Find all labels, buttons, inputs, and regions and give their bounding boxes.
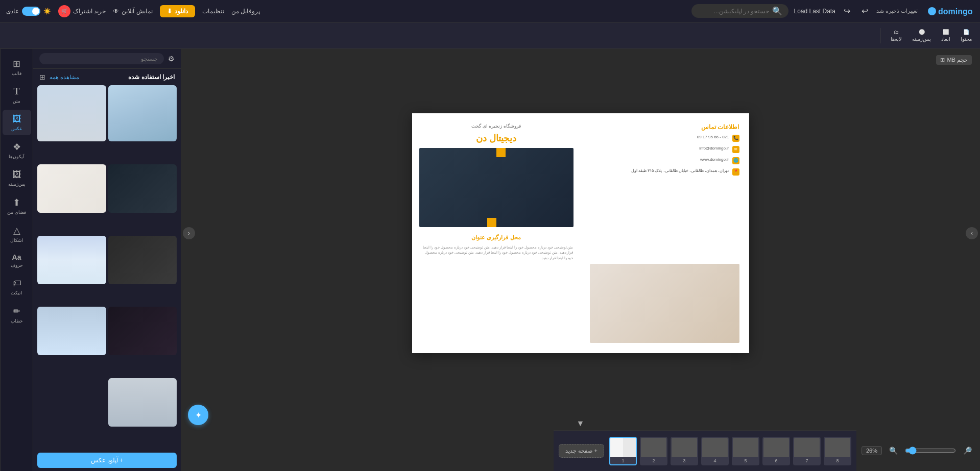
right-panel-header: ⚙ <box>33 49 181 69</box>
store-subtitle: فروشگاه زنجیره ای گجت <box>419 123 573 129</box>
zoom-badge[interactable]: 26% <box>862 446 882 455</box>
main-layout: ⊞ MB حجم اطلاعات تماس 📞 021 - 66 95 17 8… <box>0 49 980 471</box>
images-grid <box>33 83 181 450</box>
eye-icon: 👁 <box>113 8 119 15</box>
app-logo: domingo <box>928 5 974 18</box>
buy-share-button[interactable]: 🛒 خرید اشتراک <box>58 5 106 17</box>
page-thumb-3[interactable]: 3 <box>671 437 698 465</box>
save-status: تغییرات ذخیره شد <box>876 8 918 14</box>
image-cell-lens[interactable] <box>108 236 177 284</box>
phone-icon: 📞 <box>732 135 739 142</box>
zoom-slider[interactable] <box>905 447 956 455</box>
website-icon: 🌐 <box>732 157 739 164</box>
sidebar-tool-text[interactable]: T متن <box>3 82 31 108</box>
placeholder-body: متن توضیحی خود درباره محصول خود را اینجا… <box>419 245 573 261</box>
top-navbar: domingo تغییرات ذخیره شد ↩ ↪ Load Last D… <box>0 0 980 22</box>
filter-icon[interactable]: ⚙ <box>168 55 175 63</box>
sidebar-tool-myspace[interactable]: ⬆ فضای من <box>3 193 31 219</box>
contact-email-row: ✉ info@domingo.ir <box>590 146 739 153</box>
image-cell-girl-back[interactable] <box>108 378 177 427</box>
toolbar-background[interactable]: ⚪ پس‌زمینه <box>912 29 931 42</box>
redo-button[interactable]: ↪ <box>841 4 853 18</box>
ai-button[interactable]: ✦ <box>188 405 208 425</box>
page-thumb-7[interactable]: 7 <box>793 437 821 465</box>
add-page-button[interactable]: + صفحه جدید <box>559 444 604 458</box>
undo-button[interactable]: ↩ <box>858 4 871 18</box>
draw-icon: ✏ <box>13 306 20 317</box>
size-badge: ⊞ MB حجم <box>936 55 972 65</box>
search-icon: 🔍 <box>772 6 782 16</box>
page-num-6: 6 <box>775 457 777 464</box>
page-thumb-2[interactable]: 2 <box>640 437 667 465</box>
page-num-5: 5 <box>744 457 747 464</box>
cart-icon: 🛒 <box>58 5 70 17</box>
sidebar-tool-shapes[interactable]: △ اشکال <box>3 221 31 247</box>
page-thumb-8[interactable]: 8 <box>824 437 851 465</box>
canvas-nav-right[interactable]: › <box>966 227 978 239</box>
sidebar-tool-fonts[interactable]: Aa حروف <box>3 249 31 272</box>
image-cell-bokeh[interactable] <box>108 307 177 355</box>
zoom-bar: 26% 🔍 🔎 <box>856 444 980 457</box>
app-search-input[interactable] <box>698 8 769 15</box>
pages-strip: + صفحه جدید 1 2 3 <box>554 430 856 471</box>
contact-address-row: 📍 تهران، همدان، طالقانی، خیابان طالقانی،… <box>590 168 739 176</box>
page-thumb-4[interactable]: 4 <box>701 437 729 465</box>
pages-list: 1 2 3 4 5 <box>609 437 851 465</box>
image-cell-coin[interactable] <box>108 164 177 213</box>
zoom-out-icon[interactable]: 🔍 <box>886 444 901 457</box>
grid-icon: ⊞ <box>940 57 945 63</box>
image-cell-birds[interactable] <box>108 85 177 141</box>
sidebar-tool-draw[interactable]: ✏ خطاب <box>3 302 31 328</box>
panel-search-input[interactable] <box>39 53 164 64</box>
page-thumb-1[interactable]: 1 <box>609 437 637 465</box>
profile-button[interactable]: پروفایل من <box>231 8 260 15</box>
zoom-in-icon[interactable]: 🔎 <box>960 444 975 457</box>
settings-button[interactable]: تنظیمات <box>202 8 224 15</box>
grid-arrange-icon: ⊞ <box>39 73 45 81</box>
orange-corner-top <box>496 148 506 157</box>
show-online-button[interactable]: 👁 نمایش آنلاین <box>113 8 152 15</box>
sun-icon: ☀️ <box>43 8 51 15</box>
page-thumb-6[interactable]: 6 <box>762 437 790 465</box>
email-icon: ✉ <box>732 146 739 153</box>
image-cell-food[interactable] <box>37 164 106 213</box>
page-image-left[interactable] <box>590 264 739 343</box>
toolbar-dimensions[interactable]: ⬜ ابعاد <box>941 29 950 42</box>
fonts-icon: Aa <box>12 253 21 261</box>
page-spread: اطلاعات تماس 📞 021 - 66 95 17 89 ✉ info@… <box>412 113 749 353</box>
sidebar-tool-photo[interactable]: 🖼 عکس <box>3 110 31 135</box>
page-thumb-inner-5 <box>733 438 758 457</box>
bg-icon: 🖼 <box>12 169 21 180</box>
image-cell-winter[interactable] <box>37 307 106 355</box>
upload-photo-button[interactable]: + آپلود عکس <box>37 453 177 468</box>
mode-toggle-switch[interactable] <box>22 7 40 16</box>
see-all-button[interactable]: مشاهده همه <box>50 74 79 81</box>
page-thumb-inner-6 <box>763 438 789 457</box>
toolbar-content[interactable]: 📄 محتوا <box>961 29 972 42</box>
download-button[interactable]: ⬇ دانلود <box>160 5 195 17</box>
image-cell-snow-house[interactable] <box>37 236 106 284</box>
sidebar-tool-bg[interactable]: 🖼 پس‌زمینه <box>3 165 31 191</box>
canvas-area: ⊞ MB حجم اطلاعات تماس 📞 021 - 66 95 17 8… <box>181 49 980 471</box>
page-thumb-inner-1 <box>610 438 636 457</box>
page-image-right[interactable] <box>419 148 573 227</box>
page-thumb-5[interactable]: 5 <box>732 437 759 465</box>
recent-header: اخیرا استفاده شده مشاهده همه ⊞ <box>33 69 181 83</box>
page-num-7: 7 <box>805 457 808 464</box>
toolbar-divider <box>880 28 880 43</box>
sidebar-tool-sticker[interactable]: 🏷 اتیکت <box>3 274 31 300</box>
load-last-button[interactable]: Load Last Data <box>794 8 835 15</box>
page-num-8: 8 <box>836 457 839 464</box>
svg-text:domingo: domingo <box>938 7 973 16</box>
toolbar-layers[interactable]: 🗂 لایه‌ها <box>891 29 902 42</box>
sidebar-tool-icons[interactable]: ❖ آیکون‌ها <box>3 137 31 163</box>
nav-right: عادی ☀️ 🛒 خرید اشتراک 👁 نمایش آنلاین ⬇ د… <box>6 5 260 17</box>
collapse-arrow[interactable]: ▼ <box>181 417 980 430</box>
canvas-nav-left[interactable]: ‹ <box>183 227 195 239</box>
image-cell-person[interactable] <box>37 85 106 141</box>
canvas-container: ⊞ MB حجم اطلاعات تماس 📞 021 - 66 95 17 8… <box>181 49 980 417</box>
sidebar-tool-templates[interactable]: ⊞ قالب <box>3 54 31 80</box>
recent-title: اخیرا استفاده شده <box>128 73 175 81</box>
second-toolbar: 📄 محتوا ⬜ ابعاد ⚪ پس‌زمینه 🗂 لایه‌ها <box>0 22 980 49</box>
mode-label: عادی <box>6 8 19 15</box>
